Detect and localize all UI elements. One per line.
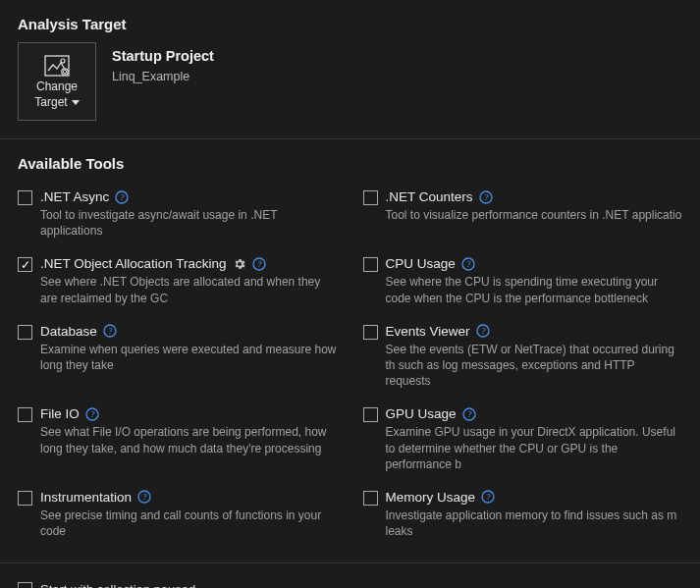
help-icon[interactable]: ? (462, 407, 476, 421)
tool-checkbox[interactable] (363, 257, 378, 272)
tool-desc: Tool to visualize performance counters i… (386, 207, 689, 223)
tool-checkbox[interactable] (18, 325, 32, 340)
help-icon[interactable]: ? (137, 490, 151, 504)
svg-text:?: ? (257, 259, 262, 269)
tool-desc: Examine GPU usage in your DirectX applic… (386, 424, 689, 472)
help-icon[interactable]: ? (461, 257, 475, 271)
tool-gpu-usage: GPU Usage ? Examine GPU usage in your Di… (363, 406, 689, 472)
tool-desc: See precise timing and call counts of fu… (40, 508, 344, 539)
svg-text:?: ? (120, 192, 125, 202)
help-icon[interactable]: ? (252, 257, 266, 271)
start-paused-label: Start with collection paused (40, 582, 195, 588)
svg-text:?: ? (481, 326, 486, 336)
tool-desc: See where .NET Objects are allocated and… (40, 274, 344, 305)
svg-text:?: ? (466, 259, 471, 269)
tool-name: CPU Usage (386, 256, 456, 271)
tool-name: .NET Object Allocation Tracking (40, 256, 227, 271)
gear-icon[interactable] (233, 257, 246, 271)
tool-checkbox[interactable] (18, 407, 32, 422)
analysis-target-heading: Analysis Target (0, 0, 700, 42)
svg-point-1 (61, 59, 65, 63)
tool-cpu-usage: CPU Usage ? See where the CPU is spendin… (363, 256, 689, 305)
tool-events-viewer: Events Viewer ? See the events (ETW or N… (363, 324, 689, 390)
svg-text:?: ? (486, 492, 491, 502)
tool-desc: Examine when queries were executed and m… (40, 342, 344, 373)
change-target-label-line2: Target (34, 95, 67, 109)
tool-instrumentation: Instrumentation ? See precise timing and… (18, 490, 344, 539)
svg-text:?: ? (142, 492, 147, 502)
help-icon[interactable]: ? (115, 190, 129, 204)
tool-name: Memory Usage (386, 490, 476, 505)
svg-text:?: ? (467, 409, 472, 419)
tool-desc: See the events (ETW or NetTrace) that oc… (386, 342, 689, 390)
available-tools-heading: Available Tools (0, 139, 700, 182)
start-paused-option: Start with collection paused (18, 581, 700, 588)
help-icon[interactable]: ? (103, 324, 117, 338)
tool-name: .NET Counters (386, 189, 473, 204)
tool-name: Events Viewer (386, 324, 470, 339)
svg-text:?: ? (108, 326, 113, 336)
tool-checkbox[interactable] (363, 325, 378, 340)
tool-checkbox[interactable] (363, 190, 378, 205)
help-icon[interactable]: ? (85, 407, 99, 421)
help-icon[interactable]: ? (476, 324, 490, 338)
tool-name: Database (40, 324, 97, 339)
change-target-label-line2-row: Target (34, 95, 79, 109)
start-paused-checkbox[interactable] (18, 582, 32, 588)
tool-name: GPU Usage (386, 406, 457, 421)
change-target-button[interactable]: Change Target (18, 42, 96, 121)
tool-memory-usage: Memory Usage ? Investigate application m… (363, 490, 689, 539)
tool-name: File IO (40, 406, 80, 421)
tools-grid: .NET Async ? Tool to investigate async/a… (0, 182, 700, 539)
tool-checkbox[interactable] (363, 407, 378, 422)
help-icon[interactable]: ? (481, 490, 495, 504)
target-image-icon (43, 54, 71, 78)
tool-checkbox[interactable] (18, 190, 32, 205)
tool-checkbox[interactable] (18, 257, 32, 272)
project-name: Linq_Example (112, 70, 214, 83)
svg-point-2 (62, 69, 68, 75)
svg-text:?: ? (90, 409, 95, 419)
tool-name: Instrumentation (40, 490, 132, 505)
svg-text:?: ? (484, 192, 489, 202)
tool-checkbox[interactable] (18, 491, 32, 506)
help-icon[interactable]: ? (479, 190, 493, 204)
tool-file-io: File IO ? See what File I/O operations a… (18, 406, 344, 472)
startup-project-label: Startup Project (112, 48, 214, 64)
tool-net-counters: .NET Counters ? Tool to visualize perfor… (363, 189, 689, 239)
tool-database: Database ? Examine when queries were exe… (18, 324, 344, 390)
tool-checkbox[interactable] (363, 491, 378, 506)
tool-desc: Investigate application memory to find i… (386, 508, 689, 539)
footer: Start with collection paused Start (0, 562, 700, 588)
chevron-down-icon (72, 100, 80, 105)
target-info: Startup Project Linq_Example (112, 42, 214, 83)
tool-desc: See where the CPU is spending time execu… (386, 274, 689, 305)
analysis-target-row: Change Target Startup Project Linq_Examp… (0, 42, 700, 121)
tool-desc: See what File I/O operations are being p… (40, 424, 344, 455)
tool-net-async: .NET Async ? Tool to investigate async/a… (18, 189, 344, 239)
tool-net-object-allocation: .NET Object Allocation Tracking ? See wh… (18, 256, 344, 305)
change-target-label-line1: Change (36, 80, 78, 93)
tool-desc: Tool to investigate async/await usage in… (40, 207, 344, 239)
tool-name: .NET Async (40, 189, 109, 204)
